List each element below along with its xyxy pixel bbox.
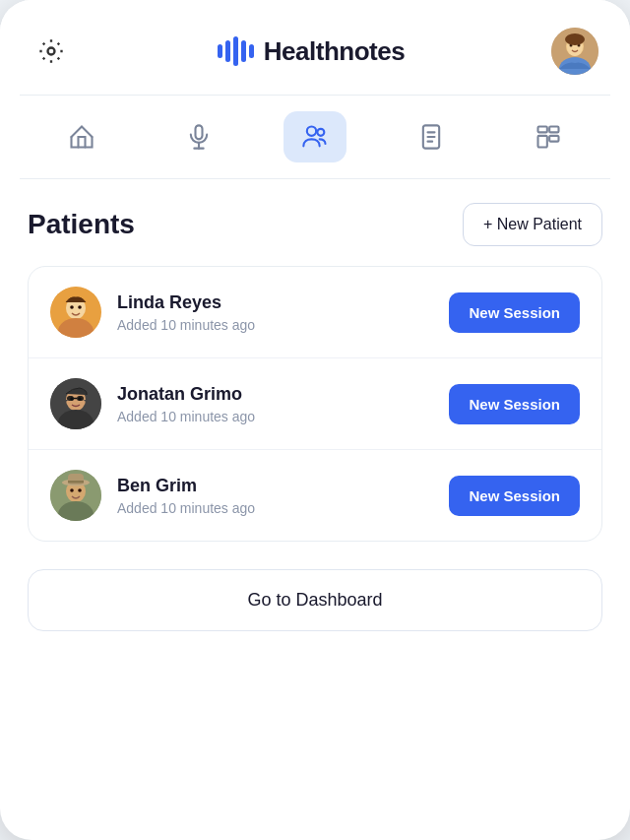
svg-point-37 (70, 488, 74, 492)
patient-row-jonatan: Jonatan Grimo Added 10 minutes ago New S… (29, 357, 601, 449)
tab-record[interactable] (167, 111, 230, 162)
avatar-jonatan (50, 378, 101, 429)
new-session-button-linda[interactable]: New Session (449, 292, 580, 333)
user-avatar[interactable] (551, 28, 598, 75)
tab-patients[interactable] (284, 111, 346, 162)
svg-point-25 (78, 305, 82, 309)
avatar-linda (50, 287, 101, 338)
nav-tabs (0, 96, 630, 178)
wave-bar-4 (241, 40, 246, 62)
svg-rect-18 (549, 127, 558, 133)
svg-point-0 (48, 48, 55, 55)
new-session-button-jonatan[interactable]: New Session (449, 384, 580, 424)
svg-rect-31 (67, 396, 74, 401)
svg-rect-32 (77, 396, 84, 401)
svg-point-11 (307, 127, 316, 136)
tab-dashboard[interactable] (517, 111, 580, 162)
logo-text: Healthnotes (264, 36, 405, 67)
tab-notes[interactable] (400, 111, 463, 162)
svg-point-24 (70, 305, 74, 309)
app-container: Healthnotes (0, 0, 630, 840)
patient-time-ben: Added 10 minutes ago (117, 500, 433, 516)
svg-point-12 (317, 129, 324, 136)
header: Healthnotes (0, 0, 630, 95)
patient-time-linda: Added 10 minutes ago (117, 317, 433, 333)
logo: Healthnotes (218, 36, 405, 67)
patient-row-ben: Ben Grim Added 10 minutes ago New Sessio… (29, 449, 601, 541)
patients-header: Patients + New Patient (28, 203, 602, 246)
svg-rect-41 (68, 481, 84, 484)
svg-rect-17 (537, 127, 546, 133)
patient-name-jonatan: Jonatan Grimo (117, 384, 433, 405)
svg-rect-19 (537, 136, 546, 148)
patient-info-jonatan: Jonatan Grimo Added 10 minutes ago (117, 384, 433, 424)
go-to-dashboard-button[interactable]: Go to Dashboard (28, 569, 602, 631)
svg-point-7 (565, 33, 585, 45)
patient-name-ben: Ben Grim (117, 476, 433, 496)
wave-bar-2 (225, 40, 230, 62)
wave-bar-5 (249, 44, 254, 58)
patients-title: Patients (28, 209, 135, 240)
logo-waves (218, 36, 254, 66)
main-content: Patients + New Patient (0, 179, 630, 840)
patient-row-linda: Linda Reyes Added 10 minutes ago New Ses… (29, 267, 601, 357)
svg-rect-8 (195, 125, 202, 139)
patient-info-ben: Ben Grim Added 10 minutes ago (117, 476, 433, 516)
new-patient-button[interactable]: + New Patient (463, 203, 602, 246)
patients-list: Linda Reyes Added 10 minutes ago New Ses… (28, 266, 602, 542)
avatar-ben (50, 470, 101, 521)
patient-name-linda: Linda Reyes (117, 292, 433, 313)
wave-bar-1 (218, 44, 222, 58)
settings-button[interactable] (32, 32, 71, 71)
svg-rect-20 (549, 136, 558, 142)
new-session-button-ben[interactable]: New Session (449, 476, 580, 516)
patient-time-jonatan: Added 10 minutes ago (117, 409, 433, 424)
tab-home[interactable] (50, 111, 113, 162)
svg-point-38 (78, 488, 82, 492)
wave-bar-3 (233, 36, 238, 66)
patient-info-linda: Linda Reyes Added 10 minutes ago (117, 292, 433, 333)
